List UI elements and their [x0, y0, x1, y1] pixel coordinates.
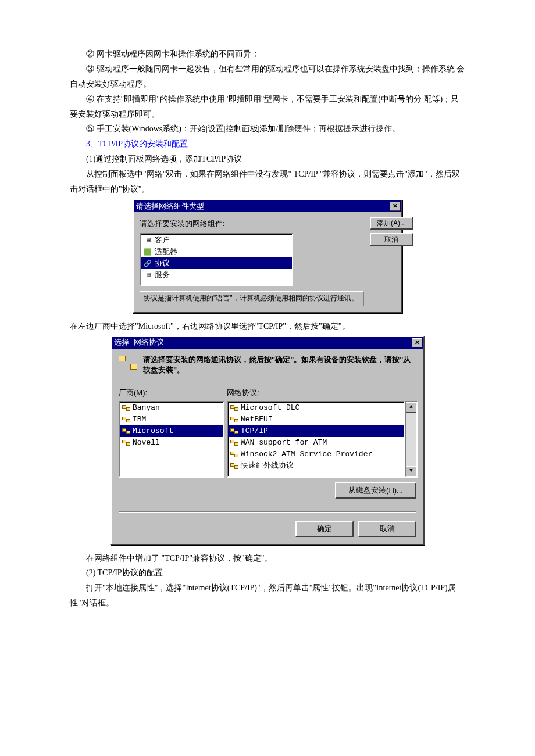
cancel-button-label: 取消 [380, 522, 395, 536]
heading-tcpip: 3、TCP/IP协议的安装和配置 [70, 137, 465, 152]
protocol-item-label: 快速红外线协议 [241, 459, 294, 473]
dialog2-title: 选择 网络协议 [114, 336, 164, 350]
para-10: 打开"本地连接属性"，选择"Internet协议(TCP/IP)"，然后再单击"… [70, 581, 465, 611]
adapter-icon: 🟩 [143, 248, 152, 256]
close-icon[interactable]: ✕ [390, 202, 400, 211]
scroll-up-icon[interactable]: ▲ [406, 402, 416, 413]
install-from-disk-button[interactable]: 从磁盘安装(H)... [335, 482, 416, 499]
para-8: 在网络组件中增加了 "TCP/IP"兼容协议，按"确定"。 [70, 551, 465, 566]
para-5: ⑤ 手工安装(Windows系统)：开始|设置|控制面板|添加/删除硬件；再根据… [70, 121, 465, 137]
dialog-select-component-type: 请选择网络组件类型 ✕ 请选择要安装的网络组件: 🖥 客户 🟩 适配器 🔗 [133, 199, 402, 313]
protocol-icon [230, 440, 238, 446]
para-2: ② 网卡驱动程序因网卡和操作系统的不同而异； [70, 46, 465, 62]
protocol-label: 网络协议: [227, 386, 418, 400]
service-icon: 🖥 [143, 271, 152, 279]
protocol-item[interactable]: 快速红外线协议 [228, 460, 404, 472]
scrollbar[interactable]: ▲ ▼ [405, 401, 418, 478]
close-icon[interactable]: ✕ [412, 338, 422, 347]
protocol-icon [230, 463, 238, 469]
dialog2-instruction: 请选择要安装的网络通讯协议，然后按"确定"。如果有设备的安装软盘，请按"从软盘安… [143, 354, 416, 375]
para-7: 从控制面板选中"网络"双击，如果在网络组件中没有发现" TCP/IP "兼容协议… [70, 167, 465, 197]
vendor-label: 厂商(M): [119, 386, 224, 400]
vendor-icon [122, 405, 130, 411]
dialog2-titlebar: 选择 网络协议 ✕ [112, 337, 423, 349]
add-button-label: 添加(A)... [377, 217, 406, 230]
network-icon [119, 356, 137, 370]
para-3: ③ 驱动程序一般随同网卡一起发售，但有些常用的驱动程序也可以在操作系统安装盘中找… [70, 62, 465, 92]
list-item-label: 服务 [155, 268, 170, 282]
cancel-button[interactable]: 取消 [370, 233, 413, 246]
protocol-icon: 🔗 [143, 259, 152, 267]
para-6: (1)通过控制面板网络选项，添加TCP/IP协议 [70, 152, 465, 167]
protocol-list[interactable]: Microsoft DLC NetBEUI TCP/IP WAN support… [227, 401, 405, 478]
vendor-list[interactable]: Banyan IBM Microsoft Novell [119, 401, 224, 478]
add-button[interactable]: 添加(A)... [370, 217, 413, 230]
protocol-icon [230, 452, 238, 457]
vendor-item-label: Novell [133, 436, 160, 450]
cancel-button-label: 取消 [384, 233, 398, 246]
dialog1-prompt: 请选择要安装的网络组件: [140, 217, 364, 231]
scroll-down-icon[interactable]: ▼ [406, 466, 416, 476]
vendor-icon [122, 440, 130, 446]
ok-button-label: 确定 [317, 522, 332, 536]
para-4: ④ 在支持"即插即用"的操作系统中使用"即插即用"型网卡，不需要手工安装和配置(… [70, 92, 465, 122]
para-9: (2) TCP/IP协议的配置 [70, 565, 465, 581]
protocol-icon [230, 417, 238, 422]
protocol-icon [230, 428, 238, 434]
vendor-icon [122, 417, 130, 422]
vendor-icon [122, 428, 130, 434]
list-item-service[interactable]: 🖥 服务 [141, 269, 292, 281]
ok-button[interactable]: 确定 [295, 521, 354, 537]
protocol-icon [230, 405, 238, 411]
client-icon: 🖥 [143, 236, 152, 244]
cancel-button[interactable]: 取消 [358, 521, 416, 537]
dialog-select-protocol: 选择 网络协议 ✕ 请选择要安装的网络通讯协议，然后按"确定"。如果有设备的安装… [110, 336, 425, 544]
disk-button-label: 从磁盘安装(H)... [348, 483, 403, 497]
para-mid: 在左边厂商中选择"Microsoft"，右边网络协议里选择"TCP/IP"，然后… [70, 319, 465, 334]
component-type-list[interactable]: 🖥 客户 🟩 适配器 🔗 协议 🖥 服务 [140, 233, 293, 286]
separator [119, 511, 416, 513]
vendor-item[interactable]: Novell [120, 437, 223, 449]
dialog1-titlebar: 请选择网络组件类型 ✕ [134, 200, 401, 212]
dialog1-title: 请选择网络组件类型 [136, 199, 204, 213]
dialog1-hint: 协议是指计算机使用的"语言"，计算机必须使用相同的协议进行通讯。 [140, 291, 364, 306]
